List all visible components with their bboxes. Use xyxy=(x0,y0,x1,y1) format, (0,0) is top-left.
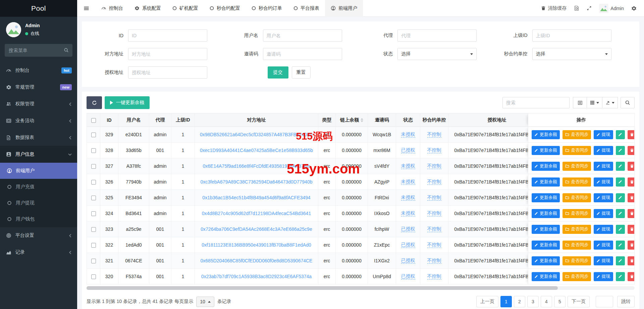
delete-button[interactable] xyxy=(628,177,635,187)
delete-button[interactable] xyxy=(628,193,635,202)
withdraw-button[interactable]: 提现 xyxy=(594,225,613,234)
update-balance-button[interactable]: 更新余额 xyxy=(532,272,560,281)
tab-contract-orders[interactable]: 秒合约订单 xyxy=(246,0,288,17)
row-checkbox[interactable] xyxy=(91,211,96,216)
contract-control-select[interactable]: 选择 xyxy=(532,48,611,60)
tab-miner-config[interactable]: 矿机配置 xyxy=(167,0,204,17)
select-all-checkbox[interactable] xyxy=(91,118,96,123)
sync-button[interactable]: 是否同步 xyxy=(562,209,591,218)
detail-view-button[interactable] xyxy=(573,97,587,108)
table-search-input[interactable] xyxy=(502,97,570,108)
settings-gears-icon[interactable] xyxy=(631,6,637,11)
delete-button[interactable] xyxy=(628,209,635,218)
row-checkbox[interactable] xyxy=(91,227,96,232)
sidebar-item-userinfo[interactable]: 用户信息 xyxy=(0,146,77,163)
table-scroll-area[interactable]: ID 用户名 代理 上级ID 对方地址 类型 链上余额 邀请码 状态 秒合约单控 xyxy=(87,113,635,285)
agent-field[interactable] xyxy=(397,30,477,42)
edit-button[interactable] xyxy=(616,162,625,171)
delete-button[interactable] xyxy=(628,272,635,281)
sidebar-item-platform-settings[interactable]: 平台设置 xyxy=(0,227,77,244)
withdraw-button[interactable]: 提现 xyxy=(594,256,613,265)
address-link[interactable]: 0x685D204068C85f0CfED0D060f0e8d8D5390674… xyxy=(201,258,313,263)
tab-contract-config[interactable]: 秒合约配置 xyxy=(204,0,246,17)
row-checkbox[interactable] xyxy=(91,274,96,279)
withdraw-button[interactable]: 提现 xyxy=(594,272,613,281)
submit-button[interactable]: 提交 xyxy=(268,66,288,79)
update-balance-button[interactable]: 更新余额 xyxy=(532,193,560,202)
withdraw-button[interactable]: 提现 xyxy=(594,146,613,155)
edit-button[interactable] xyxy=(616,241,625,250)
page-button-1[interactable]: 1 xyxy=(500,296,512,307)
control-link[interactable]: 不控制 xyxy=(427,179,441,185)
delete-button[interactable] xyxy=(628,162,635,171)
withdraw-button[interactable]: 提现 xyxy=(594,241,613,250)
table-search-button[interactable] xyxy=(621,97,635,108)
sync-button[interactable]: 是否同步 xyxy=(562,225,591,234)
update-balance-button[interactable]: 更新余额 xyxy=(532,225,560,234)
withdraw-button[interactable]: 提现 xyxy=(594,209,613,218)
parent-id-field[interactable] xyxy=(532,30,611,42)
sidebar-item-reports[interactable]: 数据报表 xyxy=(0,129,77,146)
scrollbar-thumb[interactable] xyxy=(87,286,558,290)
refresh-page-icon[interactable] xyxy=(574,5,579,11)
hamburger-menu-icon[interactable] xyxy=(77,0,96,17)
withdraw-button[interactable]: 提现 xyxy=(594,162,613,171)
delete-button[interactable] xyxy=(628,225,635,234)
withdraw-button[interactable]: 提现 xyxy=(594,193,613,202)
page-button-3[interactable]: 3 xyxy=(527,296,539,307)
status-link[interactable]: 未授权 xyxy=(401,179,415,185)
sync-button[interactable]: 是否同步 xyxy=(562,272,591,281)
edit-button[interactable] xyxy=(616,225,625,234)
invite-code-field[interactable] xyxy=(263,48,342,60)
withdraw-button[interactable]: 提现 xyxy=(594,130,613,139)
address-link[interactable]: 0xc3febA679A89C38C7362594Da646473d0D7794… xyxy=(201,179,313,185)
status-link[interactable]: 已授权 xyxy=(401,273,415,279)
control-link[interactable]: 不控制 xyxy=(427,210,441,216)
bulk-update-balance-button[interactable]: 一键更新余额 xyxy=(105,96,150,109)
edit-button[interactable] xyxy=(616,146,625,155)
address-link[interactable]: 0xec1D993A40441C4ae07425a5BeCe1e58B933d6… xyxy=(200,148,313,153)
status-link[interactable]: 已授权 xyxy=(401,258,415,264)
next-page-button[interactable]: 下一页 xyxy=(568,296,590,307)
tab-console[interactable]: 控制台 xyxy=(96,0,129,17)
auth-address-field[interactable] xyxy=(128,66,207,79)
sidebar-item-business[interactable]: 业务活动 xyxy=(0,112,77,129)
update-balance-button[interactable]: 更新余额 xyxy=(532,130,560,139)
sidebar-search-input[interactable] xyxy=(5,44,72,57)
status-link[interactable]: 未授权 xyxy=(401,163,415,169)
edit-button[interactable] xyxy=(616,272,625,281)
edit-button[interactable] xyxy=(616,193,625,202)
delete-button[interactable] xyxy=(628,256,635,265)
id-field[interactable] xyxy=(128,30,207,42)
update-balance-button[interactable]: 更新余额 xyxy=(532,209,560,218)
address-link[interactable]: 0x4d8B27c4c905d62df7d12198DA4fecaC54Bd36… xyxy=(202,211,311,216)
control-link[interactable]: 不控制 xyxy=(427,132,441,138)
prev-page-button[interactable]: 上一页 xyxy=(476,296,498,307)
row-checkbox[interactable] xyxy=(91,259,96,263)
page-button-4[interactable]: 4 xyxy=(541,296,552,307)
status-link[interactable]: 已授权 xyxy=(401,147,415,153)
status-link[interactable]: 未授权 xyxy=(401,132,415,138)
sync-button[interactable]: 是否同步 xyxy=(562,162,591,171)
control-link[interactable]: 不控制 xyxy=(427,195,441,201)
tab-platform-reports[interactable]: 平台报表 xyxy=(288,0,325,17)
sidebar-item-user-wallet[interactable]: 用户钱包 xyxy=(0,211,77,227)
row-checkbox[interactable] xyxy=(91,243,96,248)
update-balance-button[interactable]: 更新余额 xyxy=(532,241,560,250)
address-link[interactable]: 0x6E14A75f9ad166e8f4FcDfdE493581978AA378… xyxy=(203,163,310,169)
column-header-balance[interactable]: 链上余额 xyxy=(336,113,368,127)
address-link[interactable]: 0x7264ba706C9efDA54Ac2668E4c3A7eE686a25c… xyxy=(201,226,312,232)
address-link[interactable]: 0x23ab7b7df709c1A5938B3ac8D2923c4E6AF537… xyxy=(201,274,312,279)
status-link[interactable]: 未授权 xyxy=(401,210,415,216)
control-link[interactable]: 不控制 xyxy=(427,273,441,279)
sync-button[interactable]: 是否同步 xyxy=(562,130,591,139)
status-select[interactable]: 选择 xyxy=(397,48,477,60)
sidebar-item-records[interactable]: 记录 xyxy=(0,244,77,261)
row-checkbox[interactable] xyxy=(91,164,96,169)
sidebar-item-user-withdraw[interactable]: 用户提现 xyxy=(0,195,77,211)
sidebar-item-general[interactable]: 常规管理 new xyxy=(0,79,77,96)
update-balance-button[interactable]: 更新余额 xyxy=(532,256,560,265)
sync-button[interactable]: 是否同步 xyxy=(562,193,591,202)
sidebar-item-frontend-users[interactable]: 前端用户 xyxy=(0,163,77,179)
update-balance-button[interactable]: 更新余额 xyxy=(532,146,560,155)
